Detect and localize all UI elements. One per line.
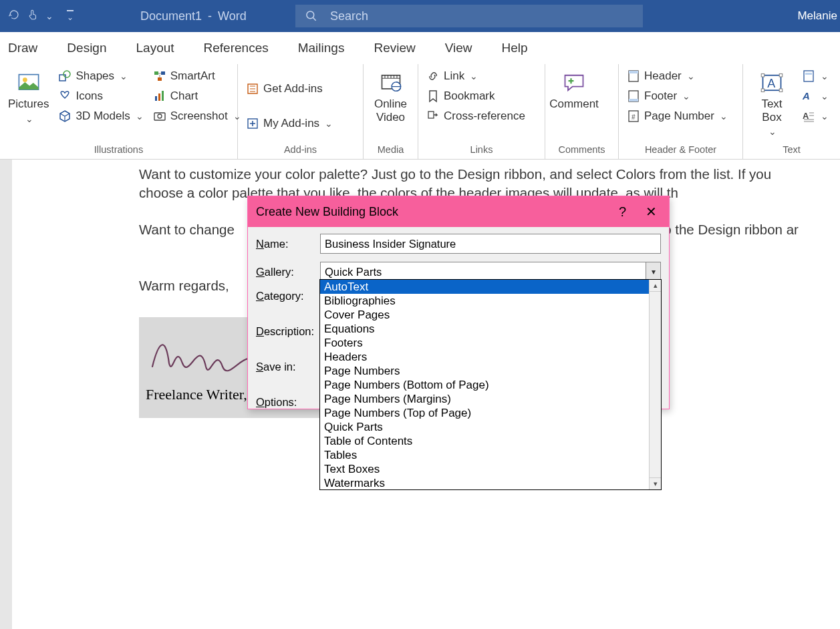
screenshot-button[interactable]: Screenshot [150,108,244,124]
chart-button[interactable]: Chart [150,88,244,104]
svg-rect-8 [155,96,157,101]
footer-button[interactable]: Footer [624,88,730,104]
qat-customize-icon[interactable]: ⌄ [67,10,74,22]
gallery-option[interactable]: Page Numbers (Margins) [320,392,661,406]
label-name: Name: [256,238,320,250]
page-number-button[interactable]: #Page Number [624,108,730,124]
svg-rect-31 [805,73,812,75]
svg-rect-17 [428,112,434,118]
group-addins: Get Add-ins My Add-ins Add-ins [238,64,364,159]
bookmark-button[interactable]: Bookmark [424,88,528,104]
left-gutter [0,160,12,629]
gallery-option[interactable]: Page Numbers (Bottom of Page) [320,378,661,392]
wordart-button[interactable]: A [799,88,831,104]
shapes-button[interactable]: Shapes [55,68,146,84]
tab-review[interactable]: Review [371,35,418,61]
gallery-option[interactable]: Page Numbers [320,364,661,378]
group-text: A Text Box A A Text [743,64,840,159]
titlebar: ⌄ ⌄ Document1 - Word Search Melanie [0,0,840,32]
3d-models-button[interactable]: 3D Models [55,108,146,124]
svg-point-2 [23,77,27,82]
svg-rect-10 [162,91,164,101]
tab-design[interactable]: Design [64,35,109,61]
group-media: Online Video Media [364,64,418,159]
gallery-option[interactable]: Text Boxes [320,462,661,476]
drop-cap-button[interactable]: A [799,108,831,124]
svg-rect-9 [158,93,160,101]
gallery-option[interactable]: Tables [320,448,661,462]
document-title: Document1 - Word [140,9,247,23]
gallery-option[interactable]: Table of Contents [320,434,661,448]
comment-button[interactable]: Comment [551,68,597,144]
group-illustrations: Pictures Shapes Icons 3D Models SmartArt… [0,64,238,159]
search-placeholder: Search [330,9,368,23]
search-icon [305,9,318,23]
dialog-title: Create New Building Block [256,205,398,219]
tab-references[interactable]: References [201,35,271,61]
tab-help[interactable]: Help [499,35,531,61]
dialog-help-button[interactable]: ? [619,204,626,220]
gallery-option[interactable]: Headers [320,350,661,364]
autosave-icon[interactable] [8,9,20,23]
online-video-button[interactable]: Online Video [369,68,412,144]
gallery-option[interactable]: Cover Pages [320,308,661,322]
my-addins-button[interactable]: My Add-ins [243,116,335,132]
svg-text:A: A [767,77,775,90]
svg-point-12 [158,114,162,118]
qat-dropdown-icon[interactable]: ⌄ [45,11,53,21]
tab-draw[interactable]: Draw [5,35,40,61]
tab-view[interactable]: View [442,35,475,61]
user-name[interactable]: Melanie [797,0,840,32]
group-links: Link Bookmark Cross-reference Links [418,64,545,159]
ribbon-tabs: Draw Design Layout References Mailings R… [0,32,840,64]
group-comments: Comment Comments [545,64,619,159]
dialog-titlebar[interactable]: Create New Building Block ? ✕ [248,196,669,227]
gallery-option[interactable]: Equations [320,322,661,336]
svg-rect-19 [629,71,638,73]
svg-rect-27 [779,74,783,77]
scroll-up-arrow[interactable]: ▴ [650,280,661,292]
icons-button[interactable]: Icons [55,88,146,104]
svg-rect-3 [59,75,65,81]
svg-rect-28 [761,89,764,92]
svg-text:#: # [632,114,636,121]
gallery-option[interactable]: Bibliographies [320,294,661,308]
group-headerfooter: Header Footer #Page Number Header & Foot… [619,64,743,159]
gallery-option[interactable]: AutoText [320,280,661,294]
gallery-option[interactable]: Watermarks [320,476,661,490]
svg-rect-21 [629,99,638,101]
create-building-block-dialog: Create New Building Block ? ✕ Name: Busi… [247,196,670,409]
text-box-button[interactable]: A Text Box [748,68,795,144]
gallery-option[interactable]: Quick Parts [320,420,661,434]
dropdown-scrollbar[interactable]: ▴ ▾ [649,280,661,489]
quick-parts-button[interactable] [799,68,831,84]
svg-rect-7 [158,77,162,81]
svg-rect-30 [804,71,813,81]
chevron-down-icon[interactable]: ▾ [646,262,660,281]
dialog-close-button[interactable]: ✕ [646,204,657,220]
svg-rect-26 [761,74,764,77]
gallery-option[interactable]: Footers [320,336,661,350]
label-gallery: Gallery: [256,266,320,278]
cross-reference-button[interactable]: Cross-reference [424,108,528,124]
header-button[interactable]: Header [624,68,730,84]
search-box[interactable]: Search [295,5,643,27]
svg-text:A: A [802,90,810,101]
tab-mailings[interactable]: Mailings [295,35,347,61]
tab-layout[interactable]: Layout [134,35,177,61]
svg-rect-5 [154,71,158,75]
svg-rect-29 [779,89,783,92]
svg-point-4 [63,71,70,77]
scroll-down-arrow[interactable]: ▾ [650,477,661,489]
touch-mode-icon[interactable] [27,9,39,23]
svg-rect-6 [161,71,165,75]
name-input[interactable]: Business Insider Signature [320,234,661,254]
ribbon: Pictures Shapes Icons 3D Models SmartArt… [0,64,840,160]
gallery-dropdown-list: AutoTextBibliographiesCover PagesEquatio… [319,279,662,490]
pictures-button[interactable]: Pictures [5,68,51,144]
link-button[interactable]: Link [424,68,528,84]
smartart-button[interactable]: SmartArt [150,68,244,84]
gallery-option[interactable]: Page Numbers (Top of Page) [320,406,661,420]
quick-access-toolbar: ⌄ ⌄ [0,9,82,23]
get-addins-button[interactable]: Get Add-ins [243,81,335,97]
